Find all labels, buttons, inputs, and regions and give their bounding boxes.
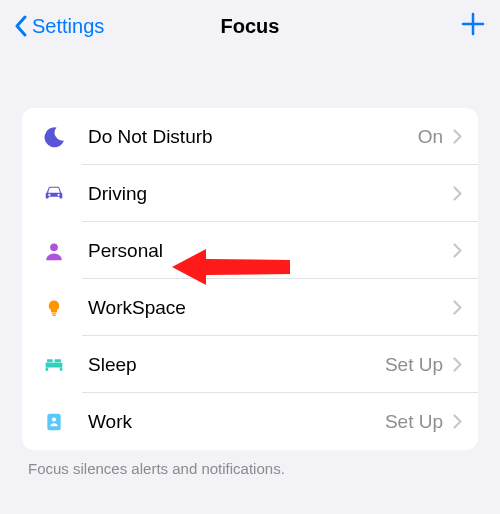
svg-rect-5 [52, 313, 57, 314]
svg-point-4 [50, 243, 58, 251]
row-label: Driving [88, 183, 443, 205]
chevron-right-icon [453, 414, 462, 429]
back-label: Settings [32, 15, 104, 38]
plus-icon [460, 11, 486, 37]
row-label: Do Not Disturb [88, 126, 418, 148]
navbar: Settings Focus [0, 0, 500, 52]
svg-rect-12 [47, 413, 60, 430]
row-status: Set Up [385, 411, 443, 433]
svg-point-13 [52, 417, 56, 421]
row-sleep[interactable]: Sleep Set Up [22, 336, 478, 393]
chevron-right-icon [453, 129, 462, 144]
back-button[interactable]: Settings [14, 15, 104, 38]
chevron-back-icon [14, 15, 28, 37]
row-personal[interactable]: Personal [22, 222, 478, 279]
badge-icon [40, 410, 68, 434]
chevron-right-icon [453, 357, 462, 372]
svg-point-3 [57, 193, 59, 195]
row-do-not-disturb[interactable]: Do Not Disturb On [22, 108, 478, 165]
person-icon [40, 240, 68, 262]
add-button[interactable] [460, 11, 486, 41]
row-workspace[interactable]: WorkSpace [22, 279, 478, 336]
chevron-right-icon [453, 243, 462, 258]
page-title: Focus [221, 15, 280, 38]
svg-rect-10 [47, 359, 53, 362]
content: Do Not Disturb On Driving Personal [0, 52, 500, 477]
svg-rect-8 [46, 367, 49, 370]
svg-point-2 [48, 193, 50, 195]
row-status: Set Up [385, 354, 443, 376]
bed-icon [40, 355, 68, 375]
focus-list: Do Not Disturb On Driving Personal [22, 108, 478, 450]
row-work[interactable]: Work Set Up [22, 393, 478, 450]
row-label: Work [88, 411, 385, 433]
row-label: Sleep [88, 354, 385, 376]
svg-rect-6 [52, 314, 55, 315]
row-driving[interactable]: Driving [22, 165, 478, 222]
chevron-right-icon [453, 300, 462, 315]
footer-note: Focus silences alerts and notifications. [22, 450, 478, 477]
row-label: Personal [88, 240, 443, 262]
car-icon [40, 183, 68, 205]
svg-rect-9 [60, 367, 63, 370]
lightbulb-icon [40, 296, 68, 320]
chevron-right-icon [453, 186, 462, 201]
svg-rect-11 [54, 359, 61, 362]
row-status: On [418, 126, 443, 148]
moon-icon [40, 125, 68, 149]
row-label: WorkSpace [88, 297, 443, 319]
svg-rect-7 [46, 362, 63, 367]
